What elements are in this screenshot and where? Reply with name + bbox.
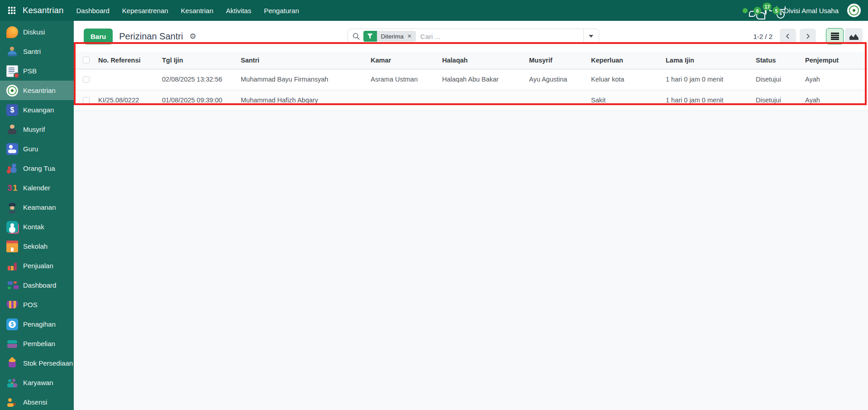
column-header-tgl-ijin[interactable]: Tgl Ijin: [162, 52, 241, 69]
sidebar-item-diskusi[interactable]: Diskusi: [0, 22, 74, 42]
graph-view-button[interactable]: [845, 28, 863, 44]
search-dropdown-toggle[interactable]: [583, 29, 599, 43]
column-header-halaqah[interactable]: Halaqah: [442, 52, 529, 69]
cell-no-referensi[interactable]: [98, 69, 162, 90]
cell-halaqah[interactable]: Halaqah Abu Bakar: [442, 69, 529, 90]
avatar[interactable]: [847, 4, 861, 17]
activities-button[interactable]: 17: [765, 6, 767, 14]
cell-penjemput[interactable]: Ayah: [805, 90, 868, 111]
column-header-lama-ijin[interactable]: Lama Ijin: [666, 52, 756, 69]
penagihan-app-icon: [6, 318, 18, 330]
facet-label: Diterima: [381, 33, 404, 40]
sidebar-item-karyawan[interactable]: Karyawan: [0, 373, 74, 392]
cell-kamar[interactable]: Asrama Ustman: [371, 69, 442, 90]
pager-next-button[interactable]: [800, 29, 816, 44]
sidebar-item-label: Guru: [23, 145, 38, 153]
list-view-button[interactable]: [826, 28, 844, 44]
cell-no-referensi[interactable]: KI/25.08/0222: [98, 90, 162, 111]
select-all-checkbox[interactable]: [83, 57, 90, 63]
sidebar-item-label: Kalender: [23, 184, 50, 192]
table-row[interactable]: KI/25.08/022201/08/2025 09:39:00Muhammad…: [74, 90, 868, 111]
table-body: 02/08/2025 13:32:56Muhammad Bayu Firmans…: [74, 69, 868, 111]
cell-santri[interactable]: Muhammad Bayu Firmansyah: [241, 69, 371, 90]
cell-santri[interactable]: Muhammad Hafizh Abqary: [241, 90, 371, 111]
menu-pengaturan[interactable]: Pengaturan: [264, 7, 299, 14]
cell-halaqah[interactable]: [442, 90, 529, 111]
messages-badge: 6: [754, 7, 761, 14]
sidebar-item-kontak[interactable]: Kontak: [0, 217, 74, 236]
sidebar-item-label: POS: [23, 301, 38, 309]
cell-penjemput[interactable]: Ayah: [805, 69, 868, 90]
sidebar-item-pembelian[interactable]: Pembelian: [0, 334, 74, 353]
column-header-keperluan[interactable]: Keperluan: [591, 52, 666, 69]
app-brand[interactable]: Kesantrian: [23, 5, 63, 15]
menu-kepesantrenan[interactable]: Kepesantrenan: [122, 7, 168, 14]
sidebar-item-penjualan[interactable]: Penjualan: [0, 256, 74, 275]
row-checkbox-cell: [74, 69, 98, 90]
select-all-cell: [74, 52, 98, 69]
karyawan-app-icon: [6, 377, 18, 389]
search-input[interactable]: [416, 33, 583, 40]
menu-dashboard[interactable]: Dashboard: [76, 7, 109, 14]
page-title: Perizinan Santri: [119, 31, 183, 42]
cell-musyrif[interactable]: [529, 90, 591, 111]
cell-tgl-ijin[interactable]: 02/08/2025 13:32:56: [162, 69, 241, 90]
cell-musyrif[interactable]: Ayu Agustina: [529, 69, 591, 90]
sidebar-item-orang-tua[interactable]: Orang Tua: [0, 159, 74, 178]
column-header-musyrif[interactable]: Musyrif: [529, 52, 591, 69]
gear-icon[interactable]: ⚙: [189, 33, 196, 40]
penjualan-app-icon: [6, 260, 18, 272]
kontak-app-icon: [6, 221, 18, 233]
column-header-kamar[interactable]: Kamar: [371, 52, 442, 69]
filter-facet: Diterima ✕: [363, 31, 416, 42]
cell-keperluan[interactable]: Keluar kota: [591, 69, 666, 90]
sidebar-item-penagihan[interactable]: Penagihan: [0, 314, 74, 334]
sidebar-item-sekolah[interactable]: Sekolah: [0, 236, 74, 256]
cell-status[interactable]: Disetujui: [756, 90, 805, 111]
sidebar-item-label: Santri: [23, 48, 41, 55]
view-switcher: [826, 28, 863, 44]
column-header-santri[interactable]: Santri: [241, 52, 371, 69]
new-record-button[interactable]: Baru: [84, 29, 113, 44]
santri-app-icon: [6, 46, 18, 58]
sidebar-item-dashboard[interactable]: Dashboard: [0, 275, 74, 295]
cell-kamar[interactable]: [371, 90, 442, 111]
sidebar-item-keamanan[interactable]: Keamanan: [0, 198, 74, 217]
sidebar-item-label: PSB: [23, 67, 37, 75]
column-header-penjemput[interactable]: Penjemput: [805, 52, 868, 69]
cell-status[interactable]: Disetujui: [756, 69, 805, 90]
sidebar-item-label: Orang Tua: [23, 164, 55, 172]
sidebar-item-absensi[interactable]: Absensi: [0, 392, 74, 410]
sidebar-item-label: Kontak: [23, 223, 44, 231]
records-table: No. ReferensiTgl IjinSantriKamarHalaqahM…: [74, 52, 868, 111]
sidebar-item-stok-persediaan[interactable]: Stok Persediaan: [0, 353, 74, 373]
row-checkbox[interactable]: [83, 97, 90, 104]
cell-lama-ijin[interactable]: 1 hari 0 jam 0 menit: [666, 90, 756, 111]
menu-aktivitas[interactable]: Aktivitas: [226, 7, 251, 14]
company-name[interactable]: Divisi Amal Usaha: [784, 7, 839, 14]
sidebar-item-musyrif[interactable]: Musyrif: [0, 120, 74, 139]
cell-keperluan[interactable]: Sakit: [591, 90, 666, 111]
presence-dot-icon: [743, 8, 748, 13]
column-header-no-referensi[interactable]: No. Referensi: [98, 52, 162, 69]
sidebar-item-santri[interactable]: Santri: [0, 42, 74, 61]
cell-tgl-ijin[interactable]: 01/08/2025 09:39:00: [162, 90, 241, 111]
sidebar-item-psb[interactable]: PSB: [0, 61, 74, 81]
sidebar-item-kesantrian[interactable]: Kesantrian: [0, 81, 74, 100]
navbar-right: 6 17 5 Divisi Amal Usaha: [743, 4, 861, 17]
diskusi-app-icon: [6, 26, 18, 38]
column-header-status[interactable]: Status: [756, 52, 805, 69]
menu-kesantrian[interactable]: Kesantrian: [181, 7, 214, 14]
sidebar-item-pos[interactable]: POS: [0, 295, 74, 314]
pager-previous-button[interactable]: [780, 29, 796, 44]
row-checkbox[interactable]: [83, 76, 90, 83]
table-row[interactable]: 02/08/2025 13:32:56Muhammad Bayu Firmans…: [74, 69, 868, 90]
cell-lama-ijin[interactable]: 1 hari 0 jam 0 menit: [666, 69, 756, 90]
facet-remove-icon[interactable]: ✕: [407, 33, 412, 39]
apps-grid-icon[interactable]: [7, 6, 16, 15]
sidebar-item-guru[interactable]: Guru: [0, 139, 74, 159]
sidebar-item-kalender[interactable]: Kalender: [0, 178, 74, 198]
pager-area: 1-2 / 2: [599, 28, 863, 44]
activities-badge: 17: [763, 3, 772, 10]
sidebar-item-keuangan[interactable]: Keuangan: [0, 100, 74, 120]
